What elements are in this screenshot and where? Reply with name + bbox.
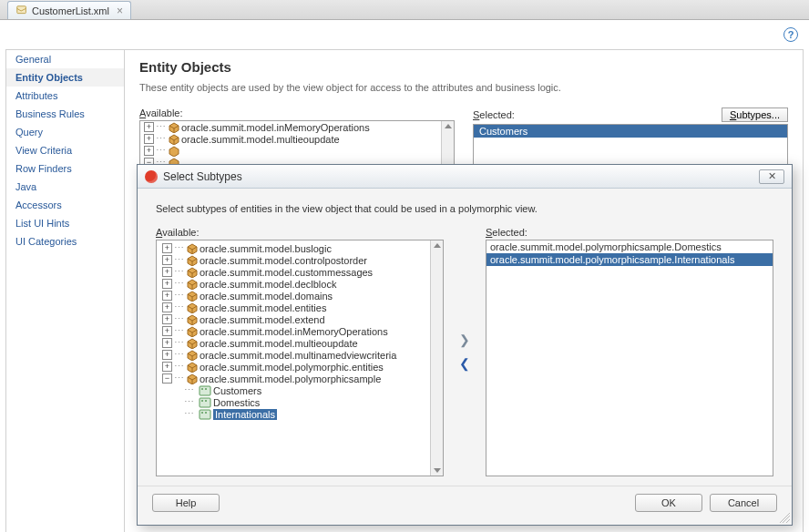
expand-icon[interactable]: + [162, 267, 172, 277]
tree-item-label: oracle.summit.model.domains [200, 291, 333, 302]
modal-selected-list[interactable]: oracle.summit.model.polymorphicsample.Do… [486, 240, 773, 476]
dialog-titlebar[interactable]: Select Subtypes ✕ [138, 165, 792, 189]
expand-icon[interactable]: + [144, 146, 154, 156]
editor-tab[interactable]: CustomerList.xml × [7, 1, 131, 19]
sidebar-item-view-criteria[interactable]: View Criteria [6, 141, 124, 159]
dialog-description: Select subtypes of entities in the view … [156, 203, 773, 214]
sidebar-item-business-rules[interactable]: Business Rules [6, 105, 124, 123]
expand-icon[interactable]: + [144, 122, 154, 132]
resize-grip[interactable] [779, 512, 790, 523]
package-icon [187, 267, 198, 278]
tree-item-label: oracle.summit.model.inMemoryOperations [181, 122, 370, 133]
package-icon [187, 291, 198, 302]
help-button[interactable]: Help [152, 494, 220, 512]
tree-item-label: oracle.summit.model.controlpostorder [200, 255, 367, 266]
file-icon [15, 5, 28, 17]
page-title: Entity Objects [139, 59, 788, 75]
package-icon [187, 243, 198, 254]
available-label: Available: [139, 107, 183, 118]
svg-point-5 [201, 400, 203, 402]
expand-icon[interactable]: + [162, 338, 172, 348]
package-icon [187, 362, 198, 373]
tree-child-label: Domestics [213, 397, 260, 408]
package-icon [187, 338, 198, 349]
tree-child-label: Internationals [213, 409, 277, 420]
cancel-button[interactable]: Cancel [710, 494, 777, 512]
tree-item-label: oracle.summit.model.multieoupdate [200, 338, 358, 349]
tree-item-label: oracle.summit.model.extend [200, 314, 325, 325]
package-icon [187, 302, 198, 313]
modal-available-list[interactable]: +⋯oracle.summit.model.buslogic +⋯oracle.… [156, 240, 444, 476]
sidebar-item-ui-categories[interactable]: UI Categories [6, 232, 124, 251]
tree-child-item[interactable]: ⋯Customers [159, 384, 441, 396]
tree-child-item[interactable]: ⋯Internationals [159, 408, 441, 420]
expand-icon[interactable]: + [162, 291, 172, 301]
sidebar-item-general[interactable]: General [6, 50, 124, 68]
svg-rect-7 [200, 410, 210, 419]
sidebar-item-entity-objects[interactable]: Entity Objects [6, 68, 124, 87]
package-icon [187, 314, 198, 325]
tree-item-label: oracle.summit.model.declblock [200, 279, 336, 290]
modal-selected-label: Selected: [486, 227, 773, 238]
tree-child-item[interactable]: ⋯Domestics [159, 396, 441, 408]
selected-subtype-item[interactable]: oracle.summit.model.polymorphicsample.In… [486, 253, 773, 266]
subtypes-button[interactable]: Subtypes... [722, 107, 788, 122]
expand-icon[interactable]: + [162, 362, 172, 372]
select-subtypes-dialog: Select Subtypes ✕ Select subtypes of ent… [137, 164, 793, 526]
expand-icon[interactable]: + [162, 326, 172, 336]
svg-point-2 [201, 388, 203, 390]
svg-rect-4 [200, 398, 210, 407]
oracle-icon [145, 170, 158, 183]
entity-icon [199, 397, 211, 408]
move-left-button[interactable]: ❮ [457, 356, 472, 371]
shuttle-buttons: ❯ ❮ [453, 227, 476, 476]
entity-icon [199, 385, 211, 396]
expand-icon[interactable]: + [162, 302, 172, 312]
sidebar-item-java[interactable]: Java [6, 178, 124, 196]
tree-item-label: oracle.summit.model.buslogic [200, 243, 332, 254]
svg-point-3 [205, 388, 207, 390]
tree-item-label: oracle.summit.model.inMemoryOperations [200, 326, 388, 337]
sidebar-item-accessors[interactable]: Accessors [6, 196, 124, 214]
move-right-button[interactable]: ❯ [457, 332, 472, 347]
svg-point-6 [205, 400, 207, 402]
help-icon[interactable]: ? [783, 27, 798, 42]
modal-available-label: Available: [156, 227, 444, 238]
expand-icon[interactable]: + [162, 279, 172, 289]
expand-icon[interactable]: + [162, 255, 172, 265]
package-icon [187, 373, 198, 384]
sidebar-item-row-finders[interactable]: Row Finders [6, 159, 124, 178]
scrollbar[interactable] [430, 240, 443, 476]
tree-item-label: oracle.summit.model.polymorphicsample [200, 373, 381, 384]
tab-filename: CustomerList.xml [32, 5, 109, 16]
sidebar-item-list-ui-hints[interactable]: List UI Hints [6, 214, 124, 232]
tree-item-label: oracle.summit.model.custommessages [200, 267, 373, 278]
entity-icon [199, 409, 211, 420]
selected-item[interactable]: Customers [474, 125, 787, 138]
tree-item-label: oracle.summit.model.polymorphic.entities [200, 362, 384, 373]
tree-child-label: Customers [213, 385, 261, 396]
collapse-icon[interactable]: − [162, 373, 172, 384]
dialog-title: Select Subtypes [163, 170, 242, 183]
svg-point-8 [201, 412, 203, 414]
package-icon [169, 146, 179, 157]
sidebar-item-attributes[interactable]: Attributes [6, 87, 124, 105]
selected-subtype-item[interactable]: oracle.summit.model.polymorphicsample.Do… [486, 240, 773, 253]
tree-item-label: oracle.summit.model.multieoupdate [181, 134, 340, 145]
close-icon[interactable]: ✕ [759, 169, 784, 184]
selected-label: Selected: [473, 109, 515, 120]
svg-point-9 [205, 412, 207, 414]
page-description: These entity objects are used by the vie… [139, 82, 788, 93]
expand-icon[interactable]: + [162, 314, 172, 324]
package-icon [187, 255, 198, 266]
svg-rect-1 [200, 386, 210, 395]
tab-close-icon[interactable]: × [117, 5, 123, 17]
sidebar: General Entity Objects Attributes Busine… [6, 50, 125, 532]
expand-icon[interactable]: + [162, 350, 172, 360]
tree-item-label: oracle.summit.model.multinamedviewcriter… [200, 350, 396, 361]
ok-button[interactable]: OK [635, 494, 702, 512]
sidebar-item-query[interactable]: Query [6, 123, 124, 141]
dialog-footer: Help OK Cancel [138, 486, 792, 525]
expand-icon[interactable]: + [144, 134, 154, 144]
expand-icon[interactable]: + [162, 243, 172, 253]
